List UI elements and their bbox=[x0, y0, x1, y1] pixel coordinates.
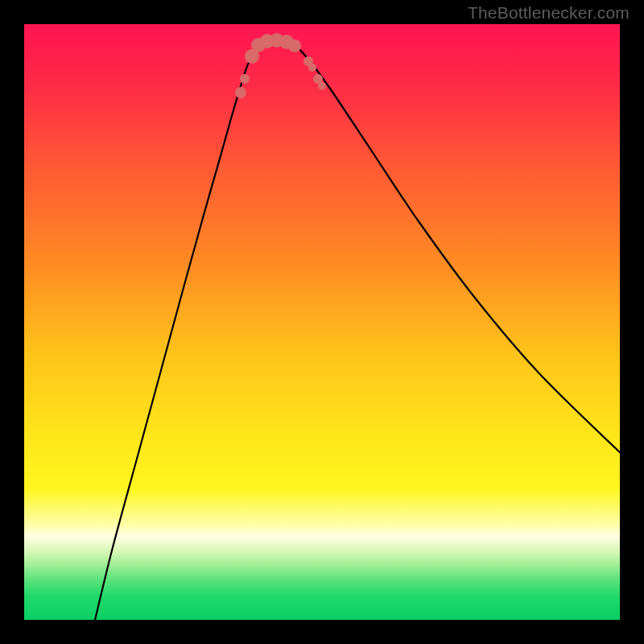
plot-area bbox=[24, 24, 620, 620]
marker-dot bbox=[288, 39, 301, 52]
curves-layer bbox=[24, 24, 620, 620]
chart-frame: TheBottlenecker.com bbox=[0, 0, 644, 644]
bottleneck-curve bbox=[95, 40, 620, 620]
marker-dot bbox=[308, 64, 316, 72]
marker-dots bbox=[235, 33, 326, 98]
marker-dot bbox=[240, 74, 250, 84]
marker-dot bbox=[235, 87, 246, 98]
watermark-text: TheBottlenecker.com bbox=[468, 3, 630, 23]
marker-dot bbox=[318, 82, 326, 90]
